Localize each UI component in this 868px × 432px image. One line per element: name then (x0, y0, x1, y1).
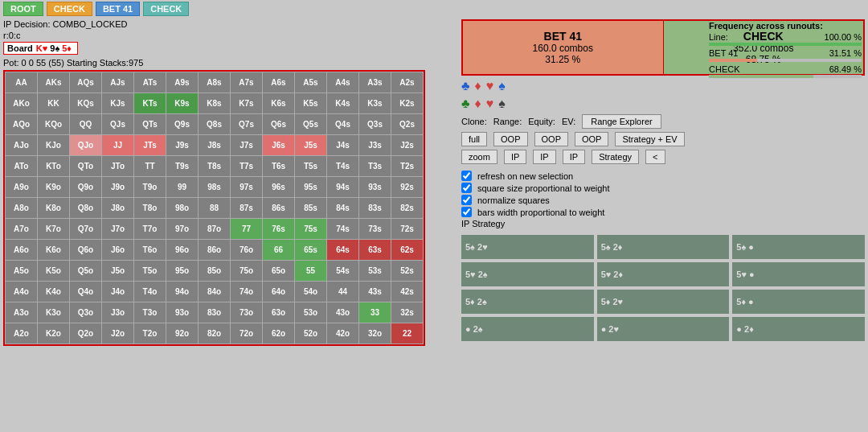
grid-cell[interactable]: Q4s (327, 114, 359, 135)
grid-cell[interactable]: Q6o (70, 240, 102, 261)
grid-cell[interactable]: 75o (231, 261, 263, 282)
grid-cell[interactable]: QJs (102, 114, 134, 135)
grid-cell[interactable]: 74s (327, 219, 359, 240)
grid-cell[interactable]: J9s (166, 135, 199, 156)
grid-cell[interactable]: A6s (263, 72, 295, 93)
grid-cell[interactable]: J8s (199, 135, 231, 156)
grid-cell[interactable]: AQs (70, 72, 102, 93)
card-cell[interactable]: 5♠ ● (732, 235, 865, 259)
grid-cell[interactable]: 85o (199, 261, 231, 282)
grid-cell[interactable]: J6o (102, 240, 134, 261)
square-size-checkbox[interactable] (461, 183, 472, 193)
grid-cell[interactable]: Q9o (70, 177, 102, 198)
grid-cell[interactable]: J4s (327, 135, 359, 156)
grid-cell[interactable]: 52o (295, 323, 327, 344)
grid-cell[interactable]: T9s (166, 156, 199, 177)
grid-cell[interactable]: J2s (391, 135, 424, 156)
grid-cell[interactable]: Q5o (70, 261, 102, 282)
check-button-2[interactable]: CHECK (143, 2, 189, 16)
ip-button-range[interactable]: IP (504, 150, 526, 164)
grid-cell[interactable]: JTs (134, 135, 166, 156)
grid-cell[interactable]: A9o (6, 177, 38, 198)
card-cell[interactable]: 5♥ 2♠ (461, 262, 594, 286)
grid-cell[interactable]: T9o (134, 177, 166, 198)
grid-cell[interactable]: 22 (391, 323, 424, 344)
grid-cell[interactable]: 87o (199, 219, 231, 240)
grid-cell[interactable]: J6s (263, 135, 295, 156)
full-button[interactable]: full (461, 132, 487, 146)
grid-cell[interactable]: A7s (231, 72, 263, 93)
grid-cell[interactable]: T7o (134, 219, 166, 240)
grid-cell[interactable]: K6s (263, 93, 295, 114)
grid-cell[interactable]: 72o (231, 323, 263, 344)
grid-cell[interactable]: JJ (102, 135, 134, 156)
grid-cell[interactable]: K2s (391, 93, 424, 114)
grid-cell[interactable]: 96o (166, 240, 199, 261)
grid-cell[interactable]: J8o (102, 198, 134, 219)
grid-cell[interactable]: 43o (327, 302, 359, 323)
clubs-icon-2[interactable]: ♣ (461, 97, 470, 111)
card-cell[interactable]: 5♦ 2♠ (461, 290, 594, 314)
grid-cell[interactable]: QTs (134, 114, 166, 135)
grid-cell[interactable]: 94o (166, 282, 199, 302)
grid-cell[interactable]: A9s (166, 72, 199, 93)
grid-cell[interactable]: Q8o (70, 198, 102, 219)
grid-cell[interactable]: J5o (102, 261, 134, 282)
grid-cell[interactable]: AA (6, 72, 38, 93)
grid-cell[interactable]: Q6s (263, 114, 295, 135)
grid-cell[interactable]: 32s (391, 302, 424, 323)
chevron-button[interactable]: < (645, 150, 665, 164)
card-cell[interactable]: ● 2♦ (732, 317, 865, 341)
grid-cell[interactable]: 74o (231, 282, 263, 302)
grid-cell[interactable]: 83o (199, 302, 231, 323)
card-cell[interactable]: 5♥ 2♦ (597, 262, 730, 286)
grid-cell[interactable]: 97s (231, 177, 263, 198)
grid-cell[interactable]: 55 (295, 261, 327, 282)
grid-cell[interactable]: KQs (70, 93, 102, 114)
grid-cell[interactable]: T5o (134, 261, 166, 282)
grid-cell[interactable]: T4s (327, 156, 359, 177)
grid-cell[interactable]: 65o (263, 261, 295, 282)
grid-cell[interactable]: A4s (327, 72, 359, 93)
grid-cell[interactable]: 63o (263, 302, 295, 323)
spades-icon-2[interactable]: ♠ (498, 97, 506, 111)
grid-cell[interactable]: A4o (6, 282, 38, 302)
grid-cell[interactable]: 62s (391, 240, 424, 261)
grid-cell[interactable]: A2o (6, 323, 38, 344)
grid-cell[interactable]: 33 (359, 302, 391, 323)
grid-cell[interactable]: 98s (199, 177, 231, 198)
range-explorer-button[interactable]: Range Explorer (582, 114, 661, 129)
grid-cell[interactable]: K4s (327, 93, 359, 114)
grid-cell[interactable]: K8s (199, 93, 231, 114)
grid-cell[interactable]: K3s (359, 93, 391, 114)
grid-cell[interactable]: 95s (295, 177, 327, 198)
grid-cell[interactable]: 43s (359, 282, 391, 302)
grid-cell[interactable]: T6o (134, 240, 166, 261)
card-cell[interactable]: 5♦ 2♥ (597, 290, 730, 314)
grid-cell[interactable]: A8o (6, 198, 38, 219)
ip-button-ev[interactable]: IP (563, 150, 585, 164)
grid-cell[interactable]: K9o (38, 177, 70, 198)
strategy-button[interactable]: Strategy (592, 150, 639, 164)
grid-cell[interactable]: 72s (391, 219, 424, 240)
grid-cell[interactable]: 93s (359, 177, 391, 198)
grid-cell[interactable]: T8o (134, 198, 166, 219)
grid-cell[interactable]: T3s (359, 156, 391, 177)
grid-cell[interactable]: 85s (295, 198, 327, 219)
grid-cell[interactable]: 64o (263, 282, 295, 302)
grid-cell[interactable]: 62o (263, 323, 295, 344)
grid-cell[interactable]: T7s (231, 156, 263, 177)
grid-cell[interactable]: 97o (166, 219, 199, 240)
grid-cell[interactable]: J2o (102, 323, 134, 344)
grid-cell[interactable]: 44 (327, 282, 359, 302)
card-cell[interactable]: ● 2♠ (461, 317, 594, 341)
grid-cell[interactable]: KTo (38, 156, 70, 177)
strategy-ev-button[interactable]: Strategy + EV (615, 132, 684, 146)
grid-cell[interactable]: 73s (359, 219, 391, 240)
grid-cell[interactable]: K7s (231, 93, 263, 114)
grid-cell[interactable]: 54o (295, 282, 327, 302)
ip-button-equity[interactable]: IP (533, 150, 555, 164)
grid-cell[interactable]: J3o (102, 302, 134, 323)
grid-cell[interactable]: 92o (166, 323, 199, 344)
grid-cell[interactable]: T6s (263, 156, 295, 177)
